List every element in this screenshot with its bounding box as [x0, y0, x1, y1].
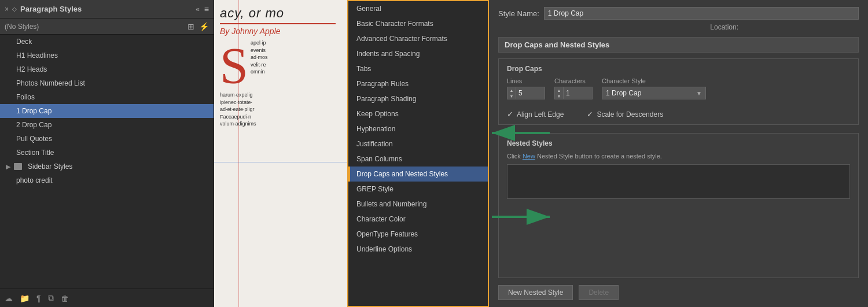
style-label: H2 Heads [16, 65, 47, 73]
style-label: Photos Numbered List [16, 79, 85, 87]
option-hyphenation[interactable]: Hyphenation [348, 121, 488, 136]
doc-content: acy, or mo By Johnny Apple S apel·ip eve… [214, 0, 347, 132]
add-style-button[interactable]: ⊞ [187, 22, 194, 31]
char-style-dropdown[interactable]: 1 Drop Cap ▼ [602, 87, 706, 99]
characters-spinner[interactable]: ▲ ▼ [554, 87, 564, 99]
style-item-1-drop-cap[interactable]: 1 Drop Cap [0, 104, 214, 118]
styles-list[interactable]: Deck H1 Headlines H2 Heads Photos Number… [0, 35, 214, 288]
style-item-photos-numbered[interactable]: Photos Numbered List [0, 76, 214, 90]
characters-input-row: ▲ ▼ [554, 87, 593, 99]
panel-title: Paragraph Styles [20, 5, 82, 13]
new-nested-style-button[interactable]: New Nested Style [498, 285, 573, 300]
style-label: Folios [16, 93, 35, 101]
option-justification[interactable]: Justification [348, 136, 488, 151]
right-panel: Style Name: Location: Drop Caps and Nest… [489, 0, 868, 307]
option-basic-char[interactable]: Basic Character Formats [348, 16, 488, 31]
no-styles-label: (No Styles) [5, 23, 39, 31]
location-label: Location: [710, 23, 738, 31]
lightning-icon[interactable]: ⚡ [199, 22, 209, 31]
option-label: Underline Options [356, 245, 412, 253]
option-label: Advanced Character Formats [356, 35, 447, 43]
option-underline[interactable]: Underline Options [348, 242, 488, 257]
style-item-folios[interactable]: Folios [0, 90, 214, 104]
option-drop-caps-nested[interactable]: Drop Caps and Nested Styles [348, 167, 488, 182]
option-label: Keep Options [356, 110, 399, 118]
option-span-columns[interactable]: Span Columns [348, 151, 488, 167]
option-label: GREP Style [356, 185, 393, 193]
doc-page: acy, or mo By Johnny Apple S apel·ip eve… [214, 0, 347, 307]
option-char-color[interactable]: Character Color [348, 212, 488, 227]
panel-header: × ◇ Paragraph Styles « ≡ [0, 0, 214, 19]
characters-field-group: Characters ▲ ▼ [554, 77, 593, 99]
option-label: OpenType Features [356, 230, 418, 238]
delete-button[interactable]: Delete [579, 285, 619, 300]
option-label: Hyphenation [356, 125, 395, 133]
folder-open-icon[interactable]: 📁 [20, 294, 30, 303]
char-style-value: 1 Drop Cap [606, 89, 641, 97]
option-label: Character Color [356, 215, 406, 223]
collapse-button[interactable]: « [196, 5, 200, 13]
lines-spinner[interactable]: ▲ ▼ [507, 87, 516, 99]
option-general[interactable]: General [348, 1, 488, 16]
option-label: Indents and Spacing [356, 50, 420, 58]
style-options-panel: General Basic Character Formats Advanced… [347, 0, 489, 307]
option-grep[interactable]: GREP Style [348, 182, 488, 197]
lines-input[interactable] [516, 87, 545, 99]
lines-field-group: Lines ▲ ▼ [507, 77, 545, 99]
guide-line-horizontal [214, 162, 347, 162]
trash-icon[interactable]: 🗑 [61, 294, 69, 303]
sync-icon[interactable]: ☁ [5, 294, 13, 303]
option-label: Paragraph Shading [356, 95, 416, 103]
toolbar-icons: ⊞ ⚡ [187, 22, 209, 31]
option-para-shading[interactable]: Paragraph Shading [348, 91, 488, 106]
checkmark-icon: ✓ [507, 110, 513, 119]
scale-label: Scale for Descenders [597, 110, 663, 119]
panel-menu-button[interactable]: ≡ [204, 5, 209, 14]
option-opentype[interactable]: OpenType Features [348, 227, 488, 242]
nested-styles-area [507, 164, 850, 199]
doc-preview-wrapper: acy, or mo By Johnny Apple S apel·ip eve… [214, 0, 347, 307]
option-tabs[interactable]: Tabs [348, 61, 488, 76]
char-spinner-down-icon[interactable]: ▼ [555, 93, 563, 99]
spinner-up-icon[interactable]: ▲ [507, 87, 516, 93]
style-name-input[interactable] [544, 7, 859, 20]
spinner-down-icon[interactable]: ▼ [507, 93, 516, 99]
option-label: Tabs [356, 65, 371, 73]
option-keep[interactable]: Keep Options [348, 106, 488, 121]
checkboxes-row: ✓ Align Left Edge ✓ Scale for Descenders [507, 105, 850, 119]
lines-input-row: ▲ ▼ [507, 87, 545, 99]
option-label: Justification [356, 140, 393, 148]
section-title-bar: Drop Caps and Nested Styles [498, 37, 859, 53]
style-item-h2[interactable]: H2 Heads [0, 62, 214, 76]
option-label: Drop Caps and Nested Styles [356, 170, 448, 178]
style-item-section-title[interactable]: Section Title [0, 146, 214, 160]
style-item-sidebar-styles[interactable]: ▶ Sidebar Styles [0, 160, 214, 173]
panel-header-left: × ◇ Paragraph Styles [5, 5, 82, 13]
style-item-deck[interactable]: Deck [0, 35, 214, 49]
style-item-pull-quotes[interactable]: Pull Quotes [0, 132, 214, 146]
style-item-photo-credit[interactable]: photo credit [0, 173, 214, 187]
close-button[interactable]: × [5, 5, 9, 13]
hint-link-text: New [523, 153, 535, 160]
scale-checkbox[interactable]: ✓ Scale for Descenders [587, 110, 663, 119]
option-bullets[interactable]: Bullets and Numbering [348, 197, 488, 212]
style-name-row: Style Name: [498, 7, 859, 20]
option-indents[interactable]: Indents and Spacing [348, 46, 488, 61]
location-row: Location: [498, 23, 859, 31]
hint-remainder: Nested Style button to create a nested s… [535, 153, 662, 160]
option-para-rules[interactable]: Paragraph Rules [348, 76, 488, 91]
style-name-label: Style Name: [498, 9, 539, 18]
doc-author: By Johnny Apple [220, 27, 341, 36]
paragraph-icon[interactable]: ¶ [36, 294, 41, 303]
align-left-checkbox[interactable]: ✓ Align Left Edge [507, 110, 564, 119]
doc-top-text: acy, or mo [220, 6, 341, 21]
style-label: Section Title [16, 149, 54, 157]
panel-action-buttons: New Nested Style Delete [498, 285, 859, 300]
duplicate-icon[interactable]: ⧉ [48, 293, 54, 303]
style-item-2-drop-cap[interactable]: 2 Drop Cap [0, 118, 214, 132]
style-item-h1[interactable]: H1 Headlines [0, 49, 214, 62]
char-spinner-up-icon[interactable]: ▲ [555, 87, 563, 93]
footer-icons: ☁ 📁 ¶ ⧉ 🗑 [5, 293, 69, 303]
option-advanced-char[interactable]: Advanced Character Formats [348, 31, 488, 46]
characters-input[interactable] [564, 87, 593, 99]
